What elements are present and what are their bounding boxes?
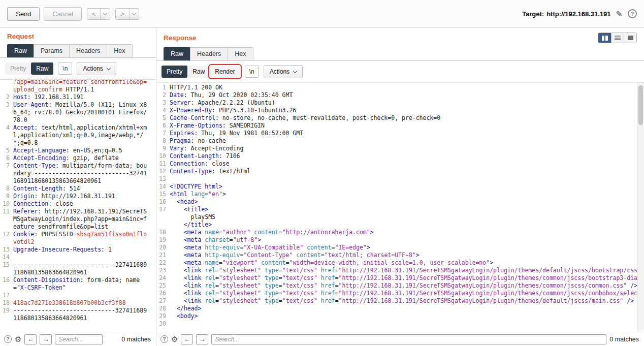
line-content: <html lang="en"> [170, 191, 644, 198]
line-content: <link rel="stylesheet" type="text/css" h… [170, 274, 644, 282]
request-search-bar: ? ⚙ ← → 0 matches [0, 332, 156, 346]
response-show-newlines-button[interactable]: \n [245, 66, 259, 78]
request-tab-params[interactable]: Params [34, 44, 70, 57]
response-editor-text[interactable]: 1HTTP/1.1 200 OK2Date: Thu, 29 Oct 2020 … [156, 84, 644, 328]
line-content: HTTP/1.1 200 OK [170, 84, 644, 91]
line-number: 22 [156, 259, 170, 267]
editor-line: 11Connection: close [156, 160, 644, 168]
request-tab-headers[interactable]: Headers [69, 44, 107, 57]
line-content: -----------------------------32741168911… [13, 307, 156, 322]
response-render-button[interactable]: Render [210, 66, 240, 78]
forward-arrow-label: > [116, 9, 129, 19]
line-content: Expires: Thu, 19 Nov 1981 08:52:00 GMT [170, 130, 644, 137]
line-number: 13 [0, 246, 13, 254]
line-content: Content-Type: multipart/form-data; bound… [13, 162, 156, 185]
line-content: Content-Length: 7106 [170, 152, 644, 160]
response-tab-headers[interactable]: Headers [190, 47, 228, 60]
editor-line: 14<!DOCTYPE html> [156, 183, 644, 191]
search-settings-gear-icon[interactable]: ⚙ [171, 335, 178, 343]
editor-line: 9Vary: Accept-Encoding [156, 145, 644, 152]
search-help-icon[interactable]: ? [160, 335, 168, 343]
line-content: Upgrade-Insecure-Requests: 1 [13, 246, 156, 254]
layout-columns-button[interactable] [598, 33, 611, 43]
history-back-button[interactable]: < [87, 8, 111, 20]
line-number: 7 [156, 130, 170, 137]
response-scrollbar[interactable] [637, 83, 644, 332]
request-actions-button[interactable]: Actions [77, 62, 116, 75]
search-prev-button[interactable]: ← [24, 334, 37, 344]
line-number: 14 [156, 183, 170, 191]
line-number: 10 [156, 152, 170, 160]
back-dropdown-button[interactable] [100, 9, 110, 19]
line-number: 11 [0, 208, 13, 231]
line-content: Host: 192.168.31.191 [13, 93, 156, 101]
chevron-down-icon [103, 11, 107, 15]
line-number: 18 [156, 229, 170, 236]
search-settings-gear-icon[interactable]: ⚙ [15, 335, 21, 343]
cancel-button[interactable]: Cancel [44, 7, 81, 21]
editor-line: 3Server: Apache/2.2.22 (Ubuntu) [156, 99, 644, 107]
layout-toggle-group [598, 33, 637, 43]
response-search-bar: ? ⚙ ← → 0 matches [156, 332, 644, 346]
request-show-newlines-button[interactable]: \n [58, 62, 72, 75]
request-tab-raw[interactable]: Raw [7, 44, 34, 57]
response-editor[interactable]: 1HTTP/1.1 200 OK2Date: Thu, 29 Oct 2020 … [156, 83, 644, 332]
request-editor[interactable]: ?app=main&inc=feature_sendfromfile&op=up… [0, 80, 156, 332]
response-scrollbar-thumb[interactable] [638, 85, 643, 125]
editor-line: 10Content-Length: 7106 [156, 152, 644, 160]
request-raw-button[interactable]: Raw [31, 62, 53, 75]
response-raw-button[interactable]: Raw [187, 66, 210, 78]
line-number: 17 [156, 206, 170, 229]
search-help-icon[interactable]: ? [4, 335, 12, 343]
line-content: <link rel="stylesheet" type="text/css" h… [170, 267, 644, 274]
editor-line: 10Connection: close [0, 200, 156, 208]
editor-line: 20 <meta http-equiv="X-UA-Compatible" co… [156, 244, 644, 251]
request-editor-text[interactable]: ?app=main&inc=feature_sendfromfile&op=up… [0, 80, 156, 322]
line-number: 2 [156, 91, 170, 99]
editor-line: 27 <link rel="stylesheet" type="text/css… [156, 297, 644, 305]
edit-target-icon[interactable]: ✎ [616, 9, 623, 19]
line-content [13, 254, 156, 261]
editor-line: 9Origin: http://192.168.31.191 [0, 193, 156, 200]
line-number: 29 [156, 312, 170, 320]
line-content: <!DOCTYPE html> [170, 183, 644, 191]
editor-line: 30 [156, 320, 644, 328]
send-button[interactable]: Send [7, 7, 40, 21]
line-number: 4 [156, 107, 170, 114]
request-tab-hex[interactable]: Hex [107, 44, 132, 57]
editor-line: 2Host: 192.168.31.191 [0, 93, 156, 101]
response-message-tabs: Raw Headers Hex [156, 47, 644, 61]
line-number: 13 [156, 175, 170, 183]
layout-single-button[interactable] [624, 33, 636, 43]
response-pretty-button[interactable]: Pretty [162, 66, 187, 78]
response-tab-hex[interactable]: Hex [228, 47, 253, 60]
response-match-count: 0 matches [609, 336, 640, 343]
response-actions-button[interactable]: Actions [264, 65, 303, 78]
help-icon[interactable]: ? [628, 9, 637, 18]
request-search-input[interactable] [55, 334, 103, 344]
search-next-button[interactable]: → [196, 334, 208, 344]
burp-repeater-window: Send Cancel < > Target: http://192.168.3… [0, 0, 644, 346]
line-number: 30 [156, 320, 170, 328]
request-panel: Request Raw Params Headers Hex Pretty Ra… [0, 28, 156, 346]
line-number: 14 [0, 254, 13, 261]
top-toolbar: Send Cancel < > Target: http://192.168.3… [0, 0, 644, 28]
request-message-tabs: Raw Params Headers Hex [0, 44, 156, 58]
line-number: 28 [156, 305, 170, 312]
editor-line: 19-----------------------------327411689… [0, 307, 156, 322]
line-content: <meta charset="utf-8"> [170, 236, 644, 244]
response-search-input[interactable] [211, 334, 606, 344]
single-pane-icon [628, 36, 633, 40]
request-pretty-button[interactable]: Pretty [5, 62, 31, 75]
editor-line: 15-----------------------------327411689… [0, 261, 156, 276]
search-prev-button[interactable]: ← [181, 334, 193, 344]
forward-dropdown-button[interactable] [129, 9, 139, 19]
editor-line: 23 <link rel="stylesheet" type="text/css… [156, 267, 644, 274]
request-header: Request [0, 28, 156, 43]
line-content: Connection: close [13, 200, 156, 208]
layout-rows-button[interactable] [611, 33, 624, 43]
line-content: Content-Disposition: form-data; name="X-… [13, 276, 156, 292]
response-tab-raw[interactable]: Raw [164, 47, 190, 60]
history-forward-button[interactable]: > [115, 8, 139, 20]
search-next-button[interactable]: → [40, 334, 52, 344]
